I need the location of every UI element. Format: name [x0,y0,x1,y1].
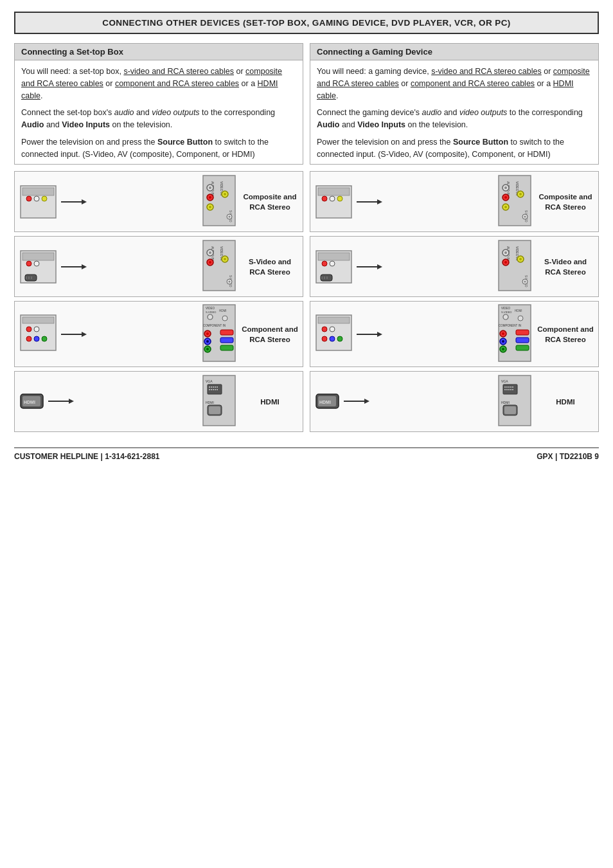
set-top-box-section: Connecting a Set-top Box You will need: … [14,43,303,165]
composite-panel-svg-right: AUDIO IN VIDEO IN S-VIDEO [498,175,531,226]
component-device-svg-left [17,305,88,363]
gaming-device-para3: Power the television on and press the So… [317,136,592,161]
svg-rect-65 [220,330,233,335]
svg-point-81 [209,389,210,390]
svideo-panel-svg-left: AUDIO IN VIDEO IN S-VIDEO [202,240,236,291]
component-panel-svg-right: VIDEO S-VIDEO HDMI COMPONENT IN [498,304,531,362]
svideo-device-svg-left [17,241,88,293]
svg-point-131 [524,281,526,283]
svg-marker-140 [377,332,382,337]
svg-point-48 [34,336,39,341]
svg-rect-154 [516,330,529,335]
svg-point-137 [330,336,335,341]
svg-text:HDMI: HDMI [24,400,35,404]
left-component-row: VIDEO S-VIDEO HDMI COMPONENT IN [14,301,303,367]
svg-point-174 [512,389,513,390]
svg-text:S-VIDEO: S-VIDEO [206,311,216,314]
svg-point-165 [504,386,506,388]
svg-text:HDMI: HDMI [319,400,331,404]
component-device-svg-right [313,305,384,363]
svg-point-76 [209,386,210,388]
composite-device-svg [17,176,88,228]
svg-point-170 [504,389,506,390]
svg-point-55 [208,314,213,320]
svg-point-169 [512,386,513,388]
svg-point-134 [322,327,327,332]
svg-point-167 [508,386,510,388]
svg-marker-119 [377,264,382,269]
gaming-device-section: Connecting a Gaming Device You will need… [310,43,599,165]
composite-device-svg-right [313,176,384,228]
set-top-box-para3: Power the television on and press the So… [21,136,296,161]
right-hdmi-device: HDMI [313,376,494,428]
footer: CUSTOMER HELPLINE | 1-314-621-2881 GPX |… [14,448,599,461]
svg-marker-161 [364,399,369,404]
diagrams-container: AUDIO IN VIDEO IN S-VIDEO Composite and … [14,171,599,436]
svg-rect-177 [504,406,516,414]
svg-text:VGA: VGA [501,379,508,383]
right-component-panel: VIDEO S-VIDEO HDMI COMPONENT IN [498,304,534,364]
svg-rect-90 [318,188,350,195]
svg-point-12 [209,196,211,199]
svg-point-168 [510,386,511,388]
svg-text:COMPONENT IN: COMPONENT IN [203,324,226,327]
svg-point-103 [504,206,507,208]
svg-rect-25 [25,275,37,281]
right-hdmi-panel: VGA HDMI [498,375,534,428]
svg-rect-44 [22,317,54,323]
left-composite-label: Composite and RCA Stereo [241,192,299,212]
svg-point-85 [217,389,218,390]
set-top-box-para1: You will need: a set-top box, s-video an… [21,66,296,102]
svg-point-36 [209,261,211,264]
svg-point-20 [229,216,231,218]
svg-point-64 [206,348,209,350]
svg-point-99 [504,186,507,189]
svg-point-79 [215,386,216,388]
svg-point-123 [504,251,507,254]
svg-point-125 [504,261,507,264]
svg-marker-51 [82,332,87,337]
svg-point-83 [213,389,214,390]
svg-point-172 [508,389,510,390]
gaming-device-para2: Connect the gaming device's audio and vi… [317,107,592,131]
svg-point-24 [34,261,39,266]
svg-point-39 [224,258,226,260]
svg-text:HDMI: HDMI [515,309,522,312]
left-component-panel: VIDEO S-VIDEO HDMI COMPONENT IN [202,304,238,364]
set-top-box-header: Connecting a Set-top Box [15,44,303,60]
svg-point-77 [211,386,212,388]
svg-rect-133 [318,317,350,323]
svg-point-113 [330,261,335,266]
svg-point-57 [222,316,227,321]
right-composite-panel: AUDIO IN VIDEO IN S-VIDEO [498,175,534,228]
svg-text:VGA: VGA [206,379,213,383]
svg-point-93 [337,196,342,201]
svg-point-82 [211,389,212,390]
svg-text:HDMI: HDMI [219,309,227,312]
left-diagrams: AUDIO IN VIDEO IN S-VIDEO Composite and … [14,171,303,436]
main-title: CONNECTING OTHER DEVICES (SET-TOP BOX, G… [14,12,599,34]
footer-right: GPX | TD2210B 9 [537,452,599,461]
svg-point-34 [209,251,211,254]
left-component-label: Component and RCA Stereo [241,324,299,345]
svg-rect-114 [321,275,332,281]
svg-text:VIDEO: VIDEO [501,307,511,310]
svg-point-135 [330,327,335,332]
svg-point-62 [206,340,209,343]
hdmi-device-svg-left: HDMI [17,376,88,428]
svg-point-92 [330,196,335,201]
svg-point-45 [26,327,31,332]
right-svideo-device [313,241,494,293]
svg-rect-156 [516,345,529,350]
hdmi-panel-svg-left: VGA HDMI [202,375,236,426]
svg-point-3 [34,196,39,201]
svg-point-2 [26,196,31,201]
right-composite-label: Composite and RCA Stereo [537,192,594,212]
svg-point-17 [224,193,226,195]
right-component-label: Component and RCA Stereo [537,324,594,345]
left-svideo-row: AUDIO IN VIDEO IN S-VIDEO S-Video and RC… [14,236,303,297]
svg-point-42 [229,281,231,283]
svg-point-136 [322,336,327,341]
left-hdmi-panel: VGA HDMI [202,375,238,428]
svg-point-153 [502,348,504,350]
